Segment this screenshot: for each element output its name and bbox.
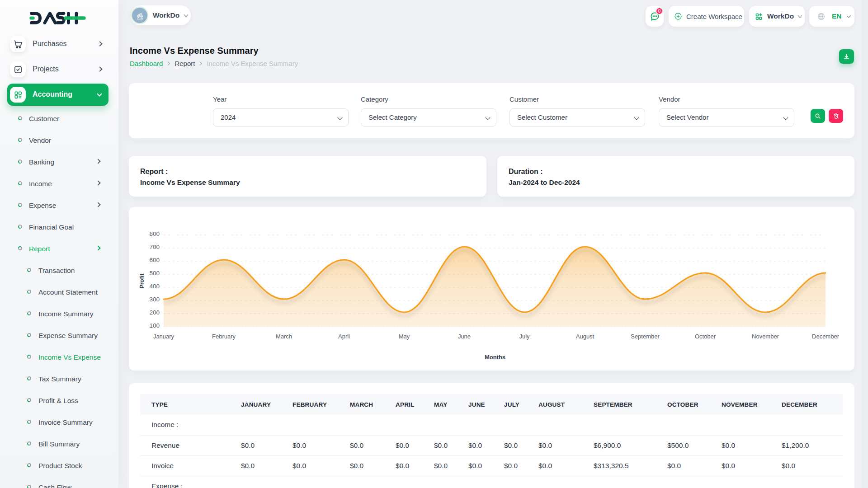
svg-text:600: 600 (149, 257, 160, 263)
svg-text:October: October (695, 333, 716, 340)
svg-text:July: July (519, 333, 530, 340)
svg-text:September: September (631, 333, 660, 340)
svg-text:November: November (752, 333, 779, 340)
svg-text:500: 500 (149, 270, 160, 277)
svg-text:January: January (153, 333, 175, 340)
svg-text:December: December (812, 333, 840, 340)
svg-text:March: March (276, 333, 292, 340)
svg-text:May: May (399, 333, 410, 340)
svg-text:300: 300 (149, 296, 160, 303)
svg-text:Profit: Profit (139, 273, 145, 288)
svg-text:400: 400 (149, 283, 160, 290)
svg-text:February: February (212, 333, 236, 340)
svg-text:April: April (338, 333, 350, 340)
svg-text:Months: Months (485, 354, 505, 361)
svg-text:100: 100 (149, 322, 160, 329)
svg-text:August: August (576, 333, 594, 340)
svg-text:200: 200 (149, 309, 160, 316)
svg-text:June: June (458, 333, 471, 340)
svg-text:800: 800 (149, 230, 160, 237)
svg-text:700: 700 (149, 244, 160, 250)
